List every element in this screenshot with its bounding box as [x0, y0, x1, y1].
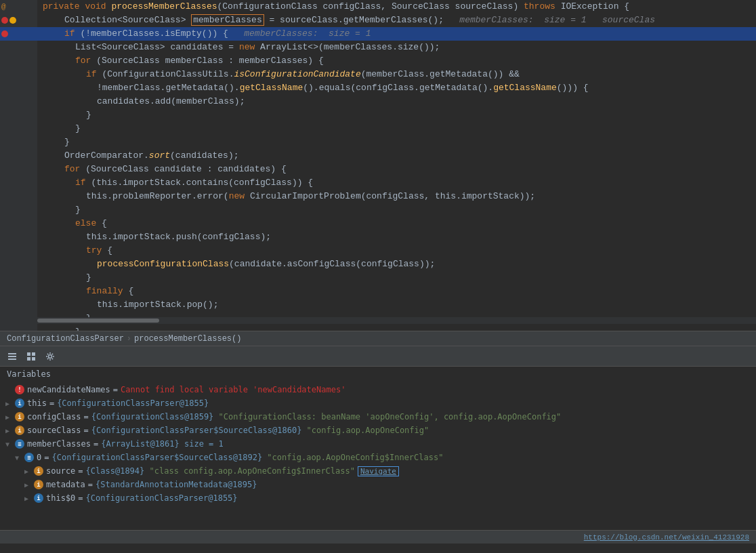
- code-text-10: }: [37, 122, 756, 136]
- line-number-4: [0, 41, 37, 54]
- code-line-13: for (SourceClass candidate : candidates)…: [0, 163, 756, 176]
- var-value-memberclasses: {ArrayList@1861} size = 1: [101, 439, 224, 449]
- var-item-memberclasses-0[interactable]: ▼ ≡ 0 = {ConfigurationClassParser$Source…: [0, 451, 756, 464]
- code-text-18: this.importStack.push(configClass);: [37, 230, 756, 244]
- line-number-2: [0, 14, 37, 27]
- code-line-4: List<SourceClass> candidates = new Array…: [0, 41, 756, 54]
- code-line-20: processConfigurationClass(candidate.asCo…: [0, 258, 756, 271]
- var-icon-sourceclass: i: [15, 426, 24, 435]
- line-number-3: [0, 27, 37, 41]
- var-icon-this0: i: [34, 493, 43, 503]
- code-text-6: if (ConfigurationClassUtils.isConfigurat…: [37, 68, 756, 81]
- variables-title: Variables: [0, 367, 756, 382]
- code-text-7: !memberClass.getMetadata().getClassName(…: [37, 81, 756, 95]
- var-item-metadata[interactable]: ▶ i metadata = {StandardAnnotationMetada…: [0, 478, 756, 491]
- var-item-this[interactable]: ▶ i this = {ConfigurationClassParser@185…: [0, 396, 756, 410]
- debug-toolbar: [0, 346, 756, 367]
- var-expand-metadata[interactable]: ▶: [24, 481, 34, 489]
- var-value-newcandidatenames: Cannot find local variable 'newCandidate…: [121, 385, 345, 394]
- svg-rect-4: [32, 352, 35, 356]
- status-bar: https://blog.csdn.net/weixin_41231928: [0, 530, 756, 544]
- var-eq-metadata: =: [88, 480, 93, 489]
- code-line-23: this.importStack.pop();: [0, 298, 756, 312]
- list-view-btn[interactable]: [5, 350, 19, 363]
- code-line-1: @ private void processMemberClasses(Conf…: [0, 0, 756, 14]
- var-expand-this0[interactable]: ▶: [24, 495, 34, 502]
- breadcrumb-sep: ›: [127, 334, 131, 344]
- code-text-4: List<SourceClass> candidates = new Array…: [37, 41, 756, 54]
- svg-rect-2: [8, 359, 16, 360]
- svg-rect-5: [27, 357, 30, 361]
- var-value-configclass: {ConfigurationClass@1859} "Configuration…: [91, 412, 562, 422]
- breadcrumb-part1: ConfigurationClassParser: [7, 334, 124, 344]
- svg-rect-3: [27, 352, 30, 356]
- code-line-2: Collection<SourceClass> memberClasses = …: [0, 14, 756, 27]
- var-expand-sourceclass[interactable]: ▶: [5, 427, 15, 434]
- var-expand-this[interactable]: ▶: [5, 400, 15, 407]
- breadcrumb-part2: processMemberClasses(): [134, 334, 241, 344]
- code-text-17: else {: [37, 217, 756, 230]
- code-line-18: this.importStack.push(configClass);: [0, 230, 756, 244]
- var-item-memberclasses[interactable]: ▼ ≡ memberClasses = {ArrayList@1861} siz…: [0, 437, 756, 451]
- code-text-1: private void processMemberClasses(Config…: [37, 0, 756, 14]
- var-icon-memberclasses: ≡: [15, 439, 24, 449]
- var-icon-memberclasses-0: ≡: [24, 453, 34, 462]
- code-line-3: if (!memberClasses.isEmpty()) { memberCl…: [0, 27, 756, 41]
- code-line-8: candidates.add(memberClass);: [0, 95, 756, 108]
- var-icon-configclass: i: [15, 412, 24, 422]
- line-number-21: [0, 271, 37, 285]
- code-editor: @ private void processMemberClasses(Conf…: [0, 0, 756, 346]
- code-line-7: !memberClass.getMetadata().getClassName(…: [0, 81, 756, 95]
- var-name-this: this: [27, 398, 47, 408]
- var-expand-memberclasses[interactable]: ▼: [5, 441, 15, 448]
- var-item-newcandidatenames[interactable]: ! newCandidateNames = Cannot find local …: [0, 383, 756, 396]
- var-eq-this: =: [49, 398, 54, 408]
- var-value-this0: {ConfigurationClassParser@1855}: [86, 493, 238, 503]
- code-line-5: for (SourceClass memberClass : memberCla…: [0, 54, 756, 68]
- code-text-13: for (SourceClass candidate : candidates)…: [37, 163, 756, 176]
- code-line-16: }: [0, 203, 756, 217]
- var-eq-memberclasses-0: =: [44, 453, 49, 462]
- var-name-memberclasses: memberClasses: [27, 439, 91, 449]
- var-expand-configclass[interactable]: ▶: [5, 413, 15, 421]
- var-eq: =: [113, 385, 118, 394]
- var-name-source: source: [46, 466, 75, 476]
- navigate-link[interactable]: Navigate: [358, 466, 399, 476]
- code-text-12: OrderComparator.sort(candidates);: [37, 149, 756, 163]
- var-name-metadata: metadata: [46, 480, 85, 489]
- line-number-10: [0, 122, 37, 136]
- code-text-5: for (SourceClass memberClass : memberCla…: [37, 54, 756, 68]
- svg-rect-1: [8, 356, 16, 357]
- code-text-9: }: [37, 108, 756, 122]
- line-number-6: [0, 68, 37, 81]
- var-eq-memberclasses: =: [93, 439, 98, 449]
- var-item-this0[interactable]: ▶ i this$0 = {ConfigurationClassParser@1…: [0, 491, 756, 505]
- code-text-19: try {: [37, 244, 756, 258]
- var-expand-source[interactable]: ▶: [24, 468, 34, 475]
- var-eq-sourceclass: =: [83, 426, 88, 435]
- grid-view-btn[interactable]: [24, 350, 38, 363]
- line-number-8: [0, 95, 37, 108]
- var-expand-memberclasses-0[interactable]: ▼: [15, 454, 24, 462]
- line-number-17: [0, 217, 37, 230]
- line-number-13: [0, 163, 37, 176]
- var-icon-this: i: [15, 398, 24, 408]
- svg-rect-0: [8, 353, 16, 354]
- code-line-9: }: [0, 108, 756, 122]
- line-number-14: [0, 176, 37, 190]
- var-item-source[interactable]: ▶ i source = {Class@1894} "class config.…: [0, 464, 756, 478]
- settings-btn[interactable]: [43, 350, 57, 363]
- var-name-this0: this$0: [46, 493, 75, 503]
- debug-panel: Variables ! newCandidateNames = Cannot f…: [0, 346, 756, 530]
- line-number-1: @: [0, 0, 37, 14]
- code-lines: @ private void processMemberClasses(Conf…: [0, 0, 756, 339]
- var-icon-source: i: [34, 466, 43, 476]
- var-icon-metadata: i: [34, 480, 43, 489]
- code-text-14: if (this.importStack.contains(configClas…: [37, 176, 756, 190]
- var-item-sourceclass[interactable]: ▶ i sourceClass = {ConfigurationClassPar…: [0, 424, 756, 437]
- status-url[interactable]: https://blog.csdn.net/weixin_41231928: [584, 533, 749, 541]
- var-value-this: {ConfigurationClassParser@1855}: [57, 398, 209, 408]
- code-line-10: }: [0, 122, 756, 136]
- line-number-18: [0, 230, 37, 244]
- var-item-configclass[interactable]: ▶ i configClass = {ConfigurationClass@18…: [0, 410, 756, 424]
